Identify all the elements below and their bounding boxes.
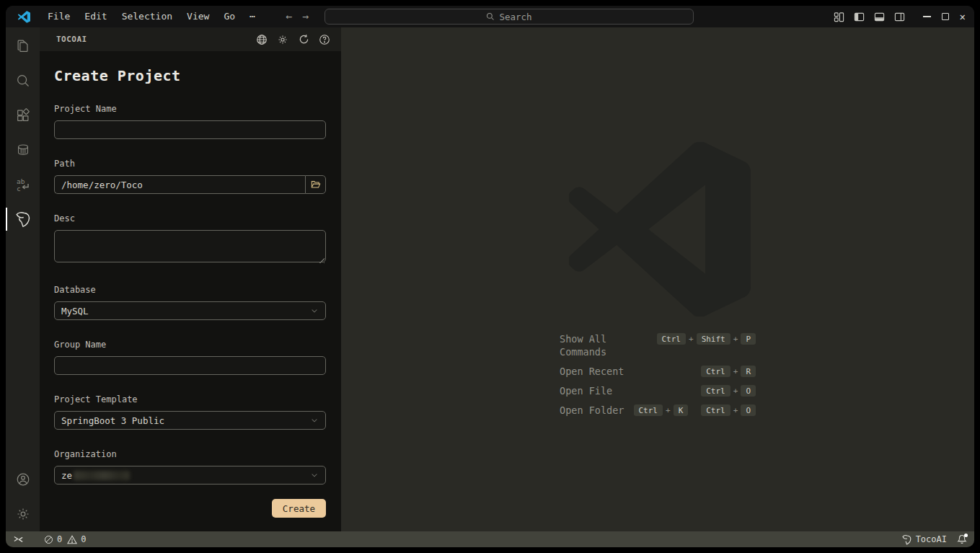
path-input[interactable] <box>54 175 305 194</box>
sidebar-header: TOCOAI <box>40 27 341 51</box>
warning-count: 0 <box>81 534 86 544</box>
create-project-panel: Create Project Project Name Path <box>40 51 341 531</box>
shortcut-label: Open File <box>560 384 640 397</box>
project-name-input[interactable] <box>54 120 326 139</box>
watermark-shortcuts: Show All Commands Ctrl + Shift + P Open … <box>560 332 756 417</box>
kbd-key: Shift <box>697 333 730 345</box>
plus-sign: + <box>733 367 738 376</box>
warnings-indicator[interactable]: 0 <box>67 534 86 544</box>
refresh-icon[interactable] <box>297 33 310 46</box>
error-count: 0 <box>57 534 62 544</box>
project-template-value: SpringBoot 3 Public <box>61 415 164 426</box>
project-template-select[interactable]: SpringBoot 3 Public <box>54 411 326 430</box>
vscode-window: File Edit Selection View Go ⋯ ← → Search <box>6 6 974 547</box>
screen: File Edit Selection View Go ⋯ ← → Search <box>0 0 980 553</box>
close-button[interactable]: ✕ <box>960 11 966 22</box>
kbd-key: O <box>741 385 756 397</box>
kbd-key: P <box>741 333 756 345</box>
menu-view[interactable]: View <box>180 6 216 27</box>
project-name-label: Project Name <box>54 104 326 114</box>
help-icon[interactable] <box>318 33 331 46</box>
desc-textarea[interactable] <box>54 230 326 262</box>
toggle-primary-sidebar-icon[interactable] <box>854 12 865 22</box>
kbd-key: K <box>674 404 689 416</box>
search-icon <box>486 12 495 21</box>
kbd-key: Ctrl <box>701 366 730 377</box>
toggle-panel-icon[interactable] <box>874 12 885 22</box>
group-name-label: Group Name <box>54 340 326 350</box>
sidebar-title: TOCOAI <box>56 35 87 44</box>
explorer-icon[interactable] <box>6 29 40 63</box>
organization-label: Organization <box>54 449 326 459</box>
search-placeholder: Search <box>499 12 531 22</box>
organization-value: ze <box>61 470 72 481</box>
error-icon <box>44 535 53 544</box>
activity-bar: ab c <box>6 27 40 531</box>
extensions-icon[interactable] <box>6 98 40 133</box>
globe-icon[interactable] <box>255 33 268 46</box>
menu-file[interactable]: File <box>40 6 77 27</box>
snippet-abc-icon[interactable]: ab c <box>6 167 40 202</box>
database-select[interactable]: MySQL <box>54 301 326 320</box>
editor-area: Show All Commands Ctrl + Shift + P Open … <box>341 27 974 531</box>
settings-gear-icon[interactable] <box>6 497 40 531</box>
shortcut-row: Open File Ctrl + O <box>560 384 756 397</box>
shortcut-row: Open Folder Ctrl + K Ctrl + O <box>560 404 756 417</box>
command-center-search[interactable]: Search <box>325 9 694 25</box>
shortcut-label: Open Folder <box>560 404 634 417</box>
panel-settings-gear-icon[interactable] <box>276 33 289 46</box>
tocoai-status-label: TocoAI <box>916 534 947 544</box>
organization-select[interactable]: ze <box>54 466 326 485</box>
forward-arrow-icon[interactable]: → <box>302 10 309 23</box>
tocoai-bird-icon <box>901 534 912 545</box>
desc-label: Desc <box>54 213 326 224</box>
chevron-down-icon <box>310 416 319 425</box>
plus-sign: + <box>666 406 671 415</box>
tocoai-status-item[interactable]: TocoAI <box>901 534 947 545</box>
page-title: Create Project <box>54 67 326 84</box>
toggle-secondary-sidebar-icon[interactable] <box>894 12 905 22</box>
kbd-key: R <box>741 366 756 377</box>
menu-go[interactable]: Go <box>216 6 242 27</box>
maximize-button[interactable] <box>942 13 949 20</box>
redacted-text <box>74 471 130 480</box>
kbd-key: Ctrl <box>634 404 663 416</box>
vscode-logo-icon <box>17 10 30 23</box>
path-label: Path <box>54 159 326 169</box>
notification-dot <box>964 534 968 537</box>
status-bar: 0 0 TocoAI <box>6 531 974 547</box>
menubar: File Edit Selection View Go ⋯ <box>40 6 262 27</box>
shortcut-label: Show All Commands <box>560 332 640 358</box>
shortcut-row: Show All Commands Ctrl + Shift + P <box>560 332 756 358</box>
svg-text:c: c <box>17 185 21 193</box>
folder-icon <box>311 180 321 190</box>
plus-sign: + <box>733 406 738 415</box>
plus-sign: + <box>689 335 694 344</box>
titlebar: File Edit Selection View Go ⋯ ← → Search <box>6 6 974 27</box>
remote-indicator[interactable] <box>13 534 24 544</box>
errors-indicator[interactable]: 0 <box>44 534 62 544</box>
shortcut-row: Open Recent Ctrl + R <box>560 365 756 378</box>
account-icon[interactable] <box>6 462 40 497</box>
create-button[interactable]: Create <box>272 499 326 518</box>
kbd-key: O <box>741 404 756 416</box>
menu-edit[interactable]: Edit <box>77 6 114 27</box>
notifications-bell[interactable] <box>957 534 967 544</box>
browse-folder-button[interactable] <box>305 175 326 194</box>
back-arrow-icon[interactable]: ← <box>286 10 292 23</box>
group-name-input[interactable] <box>54 356 326 375</box>
database-label: Database <box>54 285 326 295</box>
search-view-icon[interactable] <box>6 63 40 98</box>
plus-sign: + <box>733 335 738 344</box>
kbd-key: Ctrl <box>701 385 730 397</box>
shortcut-label: Open Recent <box>560 365 640 378</box>
tocoai-bird-icon[interactable] <box>6 202 40 236</box>
menu-more[interactable]: ⋯ <box>242 6 262 27</box>
minimize-button[interactable] <box>923 16 931 17</box>
project-template-label: Project Template <box>54 394 326 404</box>
warning-icon <box>67 535 77 544</box>
customize-layout-icon[interactable] <box>834 12 844 22</box>
container-icon[interactable] <box>6 133 40 167</box>
menu-selection[interactable]: Selection <box>115 6 180 27</box>
database-value: MySQL <box>61 306 89 317</box>
